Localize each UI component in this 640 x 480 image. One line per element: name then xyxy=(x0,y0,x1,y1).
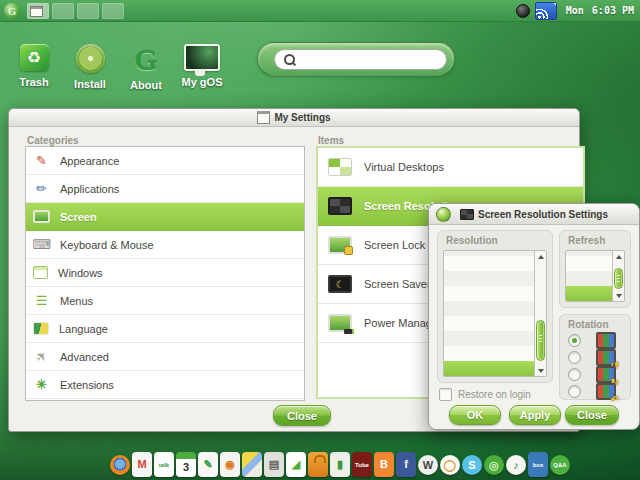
pager-button-2[interactable] xyxy=(52,3,74,19)
item-row-virtual-desktops[interactable]: Virtual Desktops xyxy=(318,148,583,187)
system-tray: Mon 6:03 PM xyxy=(516,2,636,20)
pager-button-1[interactable] xyxy=(27,3,49,19)
dock-icon-reader[interactable]: ◉ xyxy=(220,452,240,477)
dialog-close-button[interactable]: Close xyxy=(565,405,619,425)
network-icon[interactable] xyxy=(535,2,557,20)
scroll-up-arrow[interactable] xyxy=(613,251,624,262)
resolution-option-1280x720[interactable] xyxy=(444,316,534,331)
resolution-option-1152x768[interactable] xyxy=(444,346,534,361)
restore-label: Restore on login xyxy=(458,389,531,400)
resolution-option-1152x864[interactable] xyxy=(444,331,534,346)
ok-button[interactable]: OK xyxy=(449,405,501,425)
resolution-scrollbar[interactable] xyxy=(534,251,546,376)
apply-button[interactable]: Apply xyxy=(509,405,561,425)
dock-icon-firefox[interactable] xyxy=(110,455,130,475)
rotation-option-right[interactable] xyxy=(560,366,630,383)
category-row-language[interactable]: Language xyxy=(26,315,304,343)
desktop-icon-mygos[interactable]: My gOS xyxy=(180,44,224,91)
resolution-option-1280x1024[interactable] xyxy=(444,256,534,271)
refresh-list xyxy=(565,250,625,302)
top-panel: G Mon 6:03 PM xyxy=(0,0,640,22)
dock-icon-youtube[interactable]: Tube xyxy=(352,452,372,477)
resolution-option-1024x768[interactable] xyxy=(444,361,534,376)
category-row-partial[interactable] xyxy=(26,399,304,401)
resolution-group: Resolution xyxy=(437,230,553,383)
dock-icon-docs[interactable]: ✎ xyxy=(198,452,218,477)
dock-icon-finance[interactable]: ◢ xyxy=(286,452,306,477)
desktop-icon-about[interactable]: G About xyxy=(124,44,168,91)
category-label: Language xyxy=(59,323,108,335)
dock-icon-google-talk[interactable]: talk xyxy=(154,452,174,477)
advanced-icon xyxy=(33,348,50,365)
resolution-option-1280x768[interactable] xyxy=(444,301,534,316)
category-row-menus[interactable]: Menus xyxy=(26,287,304,315)
refresh-group: Refresh xyxy=(559,230,631,308)
dock-icon-rhythmbox[interactable]: ♪ xyxy=(506,455,526,475)
restore-checkbox[interactable] xyxy=(439,388,452,401)
category-row-advanced[interactable]: Advanced xyxy=(26,343,304,371)
category-label: Advanced xyxy=(60,351,109,363)
dock-icon-facebook[interactable]: f xyxy=(396,452,416,477)
category-label: Windows xyxy=(58,267,103,279)
scrollbar-thumb[interactable] xyxy=(614,268,623,289)
dialog-close-orb[interactable] xyxy=(436,207,451,222)
dock-icon-gmail[interactable]: M xyxy=(132,452,152,477)
scroll-up-arrow[interactable] xyxy=(535,251,546,262)
scroll-down-arrow[interactable] xyxy=(613,290,624,301)
dock-icon-qa[interactable]: Q&A xyxy=(550,455,570,475)
radio-button[interactable] xyxy=(568,334,581,347)
category-label: Keyboard & Mouse xyxy=(60,239,154,251)
google-search-input[interactable] xyxy=(299,52,446,66)
desktop-icon-trash[interactable]: Trash xyxy=(12,44,56,91)
desktop-icon-label: My gOS xyxy=(182,76,223,88)
refresh-scrollbar[interactable] xyxy=(612,251,624,301)
settings-close-button[interactable]: Close xyxy=(273,405,331,426)
category-row-screen[interactable]: Screen xyxy=(26,203,304,231)
extensions-icon xyxy=(33,376,50,393)
category-row-extensions[interactable]: Extensions xyxy=(26,371,304,399)
dock-icon-phone[interactable]: ▮ xyxy=(330,452,350,477)
rotation-option-inverted[interactable] xyxy=(560,383,630,400)
dock-icon-skype[interactable]: S xyxy=(462,455,482,475)
rotation-option-normal[interactable] xyxy=(560,332,630,349)
dock-icon-wikipedia[interactable]: W xyxy=(418,455,438,475)
category-row-windows[interactable]: Windows xyxy=(26,259,304,287)
resolution-option-1280x960[interactable] xyxy=(444,271,534,286)
dock-icon-blogger[interactable]: B xyxy=(374,452,394,477)
desktop-icon-install[interactable]: Install xyxy=(68,44,112,91)
dock-icon-calendar[interactable]: 3 xyxy=(176,452,196,477)
rotation-option-left[interactable] xyxy=(560,349,630,366)
dock-icon-maps[interactable] xyxy=(242,452,262,477)
pager-button-3[interactable] xyxy=(77,3,99,19)
dock-icon-news[interactable]: ▤ xyxy=(264,452,284,477)
dock-icon-box[interactable]: box xyxy=(528,452,548,477)
category-row-keyboard-mouse[interactable]: Keyboard & Mouse xyxy=(26,231,304,259)
volume-icon[interactable] xyxy=(516,4,530,18)
dock-icon-music[interactable]: ◎ xyxy=(484,455,504,475)
desktop-icon-label: Install xyxy=(74,78,106,90)
resolution-option-1280x800[interactable] xyxy=(444,286,534,301)
radio-button[interactable] xyxy=(568,385,581,398)
dock-icon-shopping[interactable] xyxy=(308,452,328,477)
monitor-icon xyxy=(460,209,474,220)
refresh-option-70hz[interactable] xyxy=(566,256,612,271)
category-label: Screen xyxy=(60,211,97,223)
refresh-option-60hz[interactable] xyxy=(566,271,612,286)
google-search-widget xyxy=(257,42,455,76)
radio-button[interactable] xyxy=(568,351,581,364)
menus-icon xyxy=(33,292,50,309)
dock-icon-meebo[interactable]: ◯ xyxy=(440,455,460,475)
desktop-icon-label: Trash xyxy=(19,76,48,88)
scrollbar-thumb[interactable] xyxy=(536,320,545,361)
category-label: Applications xyxy=(60,183,119,195)
gos-logo-icon[interactable]: G xyxy=(4,3,20,19)
category-row-applications[interactable]: Applications xyxy=(26,175,304,203)
refresh-option-0hz[interactable] xyxy=(566,286,612,301)
my-settings-titlebar[interactable]: My Settings xyxy=(9,109,579,127)
scroll-down-arrow[interactable] xyxy=(535,365,546,376)
radio-button[interactable] xyxy=(568,368,581,381)
categories-header: Categories xyxy=(27,135,79,146)
category-row-appearance[interactable]: Appearance xyxy=(26,147,304,175)
dialog-titlebar[interactable]: Screen Resolution Settings xyxy=(429,204,639,225)
pager-button-4[interactable] xyxy=(102,3,124,19)
